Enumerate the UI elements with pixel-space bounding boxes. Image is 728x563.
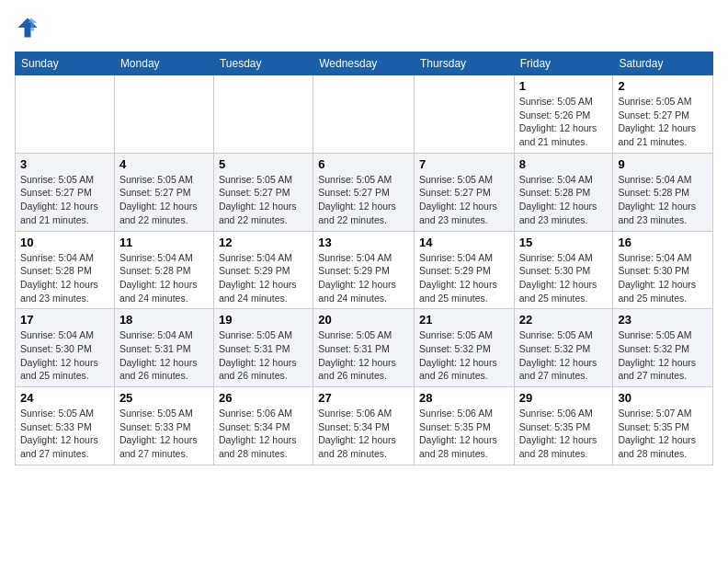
calendar-cell: 25Sunrise: 5:05 AM Sunset: 5:33 PM Dayli… (114, 387, 213, 465)
day-info: Sunrise: 5:05 AM Sunset: 5:27 PM Dayligh… (119, 173, 209, 227)
calendar-week-row: 17Sunrise: 5:04 AM Sunset: 5:30 PM Dayli… (16, 309, 713, 387)
calendar-header-friday: Friday (514, 52, 613, 75)
day-number: 15 (519, 236, 609, 249)
day-number: 2 (618, 79, 708, 93)
calendar-header-monday: Monday (114, 52, 213, 75)
day-number: 4 (119, 157, 209, 171)
day-info: Sunrise: 5:04 AM Sunset: 5:30 PM Dayligh… (519, 251, 609, 305)
calendar-cell: 16Sunrise: 5:04 AM Sunset: 5:30 PM Dayli… (613, 231, 713, 309)
day-info: Sunrise: 5:04 AM Sunset: 5:30 PM Dayligh… (618, 251, 708, 305)
day-number: 18 (119, 313, 209, 327)
day-info: Sunrise: 5:04 AM Sunset: 5:29 PM Dayligh… (219, 251, 308, 305)
calendar-cell: 22Sunrise: 5:05 AM Sunset: 5:32 PM Dayli… (514, 309, 613, 387)
day-info: Sunrise: 5:05 AM Sunset: 5:32 PM Dayligh… (618, 328, 708, 383)
calendar-cell (415, 75, 515, 154)
calendar-header-row: SundayMondayTuesdayWednesdayThursdayFrid… (16, 52, 713, 75)
day-number: 27 (318, 391, 409, 405)
calendar-header-sunday: Sunday (16, 52, 115, 75)
day-info: Sunrise: 5:05 AM Sunset: 5:27 PM Dayligh… (419, 173, 509, 227)
day-info: Sunrise: 5:05 AM Sunset: 5:31 PM Dayligh… (318, 328, 409, 383)
day-info: Sunrise: 5:06 AM Sunset: 5:35 PM Dayligh… (519, 407, 609, 461)
day-number: 10 (20, 236, 109, 249)
day-info: Sunrise: 5:05 AM Sunset: 5:27 PM Dayligh… (219, 173, 308, 227)
calendar-cell: 18Sunrise: 5:04 AM Sunset: 5:31 PM Dayli… (114, 309, 213, 387)
calendar-week-row: 1Sunrise: 5:05 AM Sunset: 5:26 PM Daylig… (16, 75, 713, 154)
calendar-cell: 29Sunrise: 5:06 AM Sunset: 5:35 PM Dayli… (514, 387, 613, 465)
calendar-week-row: 24Sunrise: 5:05 AM Sunset: 5:33 PM Dayli… (16, 387, 713, 465)
logo (15, 15, 44, 40)
calendar-cell: 28Sunrise: 5:06 AM Sunset: 5:35 PM Dayli… (415, 387, 515, 465)
day-info: Sunrise: 5:05 AM Sunset: 5:26 PM Dayligh… (519, 95, 609, 149)
calendar-cell: 21Sunrise: 5:05 AM Sunset: 5:32 PM Dayli… (415, 309, 515, 387)
day-info: Sunrise: 5:07 AM Sunset: 5:35 PM Dayligh… (618, 407, 708, 461)
calendar-cell: 12Sunrise: 5:04 AM Sunset: 5:29 PM Dayli… (213, 231, 313, 309)
calendar-cell: 17Sunrise: 5:04 AM Sunset: 5:30 PM Dayli… (16, 309, 115, 387)
day-number: 26 (219, 391, 308, 405)
calendar-cell: 6Sunrise: 5:05 AM Sunset: 5:27 PM Daylig… (313, 153, 415, 231)
calendar-table: SundayMondayTuesdayWednesdayThursdayFrid… (15, 52, 713, 465)
day-number: 24 (20, 391, 109, 405)
calendar-cell: 7Sunrise: 5:05 AM Sunset: 5:27 PM Daylig… (415, 153, 515, 231)
day-number: 21 (419, 313, 509, 327)
calendar-cell: 13Sunrise: 5:04 AM Sunset: 5:29 PM Dayli… (313, 231, 415, 309)
day-info: Sunrise: 5:05 AM Sunset: 5:32 PM Dayligh… (519, 328, 609, 383)
day-info: Sunrise: 5:06 AM Sunset: 5:34 PM Dayligh… (219, 407, 308, 461)
day-number: 12 (219, 236, 308, 249)
day-info: Sunrise: 5:04 AM Sunset: 5:28 PM Dayligh… (519, 173, 609, 227)
day-info: Sunrise: 5:05 AM Sunset: 5:31 PM Dayligh… (219, 328, 308, 383)
calendar-cell (114, 75, 213, 154)
day-info: Sunrise: 5:05 AM Sunset: 5:33 PM Dayligh… (119, 407, 209, 461)
calendar-cell: 5Sunrise: 5:05 AM Sunset: 5:27 PM Daylig… (213, 153, 313, 231)
page: SundayMondayTuesdayWednesdayThursdayFrid… (0, 0, 728, 473)
calendar-cell: 2Sunrise: 5:05 AM Sunset: 5:27 PM Daylig… (613, 75, 713, 154)
day-number: 13 (318, 236, 409, 249)
calendar-week-row: 3Sunrise: 5:05 AM Sunset: 5:27 PM Daylig… (16, 153, 713, 231)
day-info: Sunrise: 5:06 AM Sunset: 5:35 PM Dayligh… (419, 407, 509, 461)
day-info: Sunrise: 5:06 AM Sunset: 5:34 PM Dayligh… (318, 407, 409, 461)
calendar-cell: 26Sunrise: 5:06 AM Sunset: 5:34 PM Dayli… (213, 387, 313, 465)
calendar-cell (313, 75, 415, 154)
day-number: 1 (519, 79, 609, 93)
day-number: 23 (618, 313, 708, 327)
day-number: 11 (119, 236, 209, 249)
day-number: 16 (618, 236, 708, 249)
day-info: Sunrise: 5:05 AM Sunset: 5:32 PM Dayligh… (419, 328, 509, 383)
day-number: 3 (20, 157, 109, 171)
calendar-header-thursday: Thursday (415, 52, 515, 75)
day-number: 20 (318, 313, 409, 327)
day-info: Sunrise: 5:04 AM Sunset: 5:28 PM Dayligh… (119, 251, 209, 305)
calendar-cell: 30Sunrise: 5:07 AM Sunset: 5:35 PM Dayli… (613, 387, 713, 465)
day-number: 8 (519, 157, 609, 171)
day-info: Sunrise: 5:04 AM Sunset: 5:29 PM Dayligh… (318, 251, 409, 305)
day-number: 22 (519, 313, 609, 327)
day-number: 19 (219, 313, 308, 327)
calendar-cell: 8Sunrise: 5:04 AM Sunset: 5:28 PM Daylig… (514, 153, 613, 231)
calendar-cell: 9Sunrise: 5:04 AM Sunset: 5:28 PM Daylig… (613, 153, 713, 231)
day-number: 6 (318, 157, 409, 171)
header (15, 15, 713, 40)
day-info: Sunrise: 5:04 AM Sunset: 5:28 PM Dayligh… (618, 173, 708, 227)
calendar-cell: 14Sunrise: 5:04 AM Sunset: 5:29 PM Dayli… (415, 231, 515, 309)
day-number: 25 (119, 391, 209, 405)
calendar-cell: 19Sunrise: 5:05 AM Sunset: 5:31 PM Dayli… (213, 309, 313, 387)
calendar-header-wednesday: Wednesday (313, 52, 415, 75)
calendar-cell: 11Sunrise: 5:04 AM Sunset: 5:28 PM Dayli… (114, 231, 213, 309)
calendar-cell (213, 75, 313, 154)
day-number: 17 (20, 313, 109, 327)
calendar-cell: 10Sunrise: 5:04 AM Sunset: 5:28 PM Dayli… (16, 231, 115, 309)
day-number: 5 (219, 157, 308, 171)
calendar-cell: 23Sunrise: 5:05 AM Sunset: 5:32 PM Dayli… (613, 309, 713, 387)
calendar-cell: 20Sunrise: 5:05 AM Sunset: 5:31 PM Dayli… (313, 309, 415, 387)
day-info: Sunrise: 5:05 AM Sunset: 5:27 PM Dayligh… (618, 95, 708, 149)
calendar-cell: 1Sunrise: 5:05 AM Sunset: 5:26 PM Daylig… (514, 75, 613, 154)
day-info: Sunrise: 5:04 AM Sunset: 5:31 PM Dayligh… (119, 328, 209, 383)
calendar-cell: 4Sunrise: 5:05 AM Sunset: 5:27 PM Daylig… (114, 153, 213, 231)
day-number: 7 (419, 157, 509, 171)
day-number: 28 (419, 391, 509, 405)
calendar-cell: 3Sunrise: 5:05 AM Sunset: 5:27 PM Daylig… (16, 153, 115, 231)
day-number: 9 (618, 157, 708, 171)
calendar-header-saturday: Saturday (613, 52, 713, 75)
calendar-cell: 27Sunrise: 5:06 AM Sunset: 5:34 PM Dayli… (313, 387, 415, 465)
day-info: Sunrise: 5:04 AM Sunset: 5:30 PM Dayligh… (20, 328, 109, 383)
day-info: Sunrise: 5:05 AM Sunset: 5:27 PM Dayligh… (20, 173, 109, 227)
